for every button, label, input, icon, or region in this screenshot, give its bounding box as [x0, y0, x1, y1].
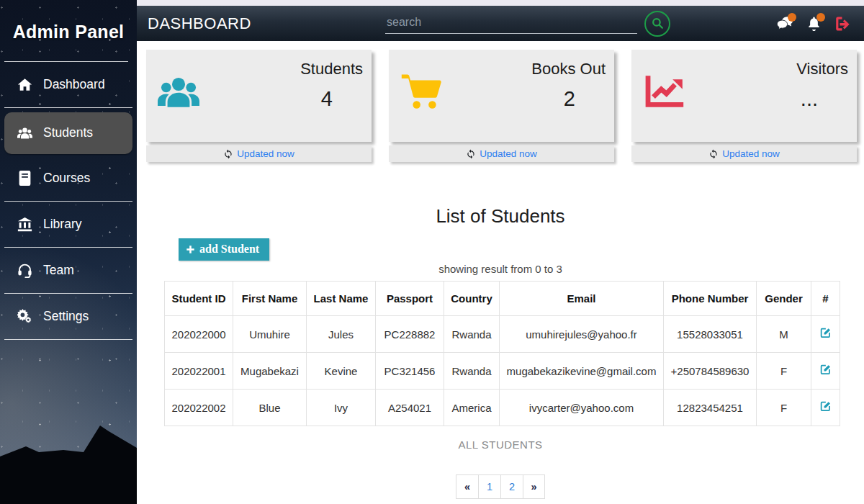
chat-icon[interactable] [776, 15, 793, 32]
search-area [385, 11, 670, 37]
sidebar-item-label: Courses [43, 171, 90, 186]
card-footer: Updated now [146, 145, 372, 162]
refresh-icon [223, 149, 233, 159]
notification-badge [788, 13, 796, 22]
pagination: « 1 2 » [137, 474, 864, 499]
add-student-button[interactable]: add Student [179, 238, 269, 261]
card-value: 4 [300, 87, 363, 111]
cell-actions [811, 353, 840, 390]
pagination-page-1[interactable]: 1 [478, 474, 500, 499]
card-footer: Updated now [389, 145, 614, 162]
chart-icon [643, 73, 685, 113]
card-text: Books Out 2 [531, 60, 606, 111]
main-page: Students 4 Updated now [137, 41, 864, 504]
students-table-body: 202022000 Umuhire Jules PC228882 Rwanda … [165, 316, 840, 426]
navbar-icon-group [776, 15, 851, 32]
sidebar-item-dashboard[interactable]: Dashboard [4, 62, 132, 108]
col-header: Country [444, 282, 500, 316]
book-icon [16, 171, 33, 186]
stat-cards-row: Students 4 Updated now [137, 41, 864, 162]
edit-icon[interactable] [818, 362, 833, 379]
cell-first-name: Mugabekazi [233, 353, 307, 390]
col-header: Student ID [165, 282, 233, 316]
refresh-icon [466, 149, 476, 159]
card-title: Visitors [796, 60, 848, 78]
col-header: # [811, 282, 840, 316]
sidebar-item-label: Students [43, 125, 93, 140]
gears-icon [16, 309, 33, 324]
pagination-page-2[interactable]: 2 [500, 474, 523, 499]
cell-phone: 15528033051 [664, 316, 757, 353]
cell-last-name: Kevine [307, 353, 376, 390]
pagination-prev[interactable]: « [456, 474, 478, 499]
updated-label: Updated now [237, 148, 294, 159]
cell-student-id: 202022001 [165, 353, 233, 390]
cell-phone: +250784589630 [664, 353, 757, 390]
headset-icon [16, 263, 33, 278]
card-title: Students [300, 60, 363, 78]
sidebar-item-courses[interactable]: Courses [4, 156, 132, 202]
table-row: 202022000 Umuhire Jules PC228882 Rwanda … [165, 316, 840, 353]
cell-country: America [444, 390, 500, 426]
cell-gender: F [757, 390, 811, 426]
cell-actions [811, 390, 840, 426]
content-column: DASHBOARD [137, 0, 864, 504]
pagination-next[interactable]: » [523, 474, 545, 499]
cell-student-id: 202022002 [165, 390, 233, 426]
cell-passport: PC321456 [376, 353, 444, 390]
cell-country: Rwanda [444, 316, 500, 353]
stat-card-books: Books Out 2 Updated now [389, 50, 614, 162]
sidebar-item-library[interactable]: Library [4, 202, 132, 248]
edit-icon[interactable] [818, 399, 833, 416]
stat-card-students: Students 4 Updated now [146, 50, 372, 162]
card-body: Students 4 [146, 50, 372, 142]
search-input[interactable] [385, 13, 637, 34]
users-icon [158, 73, 199, 113]
plus-icon [186, 245, 195, 254]
cart-icon [400, 73, 442, 113]
cell-first-name: Blue [233, 390, 307, 426]
edit-icon[interactable] [818, 325, 833, 343]
card-text: Visitors ... [796, 60, 848, 111]
students-table: Student ID First Name Last Name Passport… [164, 281, 840, 426]
refresh-icon [708, 149, 719, 159]
updated-label: Updated now [480, 148, 537, 159]
col-header: First Name [233, 282, 307, 316]
card-body: Visitors ... [631, 50, 857, 142]
sidebar-menu: Dashboard Students Courses Library [4, 62, 132, 340]
admin-panel-app: Admin Panel Dashboard Students Courses [0, 0, 864, 504]
cell-gender: M [757, 316, 811, 353]
top-navbar: DASHBOARD [137, 6, 864, 41]
top-margin-strip [137, 0, 864, 6]
cell-email: umuhirejules@yahoo.fr [500, 316, 664, 353]
card-value: 2 [531, 87, 606, 111]
col-header: Gender [757, 282, 811, 316]
search-button[interactable] [644, 11, 670, 37]
stat-card-visitors: Visitors ... Updated now [631, 50, 857, 162]
result-count-text: showing result from 0 to 3 [137, 263, 864, 275]
bell-icon[interactable] [805, 15, 822, 32]
home-icon [16, 77, 33, 92]
logout-icon[interactable] [834, 15, 851, 32]
app-title: Admin Panel [0, 0, 137, 61]
all-students-label: ALL STUDENTS [137, 438, 864, 451]
cell-first-name: Umuhire [233, 316, 307, 353]
sidebar-item-label: Dashboard [43, 77, 105, 92]
updated-label: Updated now [722, 148, 780, 159]
cell-phone: 12823454251 [664, 390, 757, 426]
cell-passport: PC228882 [376, 316, 444, 353]
table-header: Student ID First Name Last Name Passport… [165, 282, 840, 316]
sidebar-item-label: Settings [43, 309, 89, 324]
table-row: 202022001 Mugabekazi Kevine PC321456 Rwa… [165, 353, 840, 390]
sidebar-item-students[interactable]: Students [4, 112, 132, 154]
cell-last-name: Ivy [307, 390, 376, 426]
cell-student-id: 202022000 [165, 316, 233, 353]
sidebar-item-settings[interactable]: Settings [4, 294, 132, 340]
sidebar-item-team[interactable]: Team [4, 248, 132, 294]
cell-gender: F [757, 353, 811, 390]
table-row: 202022002 Blue Ivy A254021 America ivyca… [165, 390, 840, 426]
col-header: Last Name [307, 282, 376, 316]
col-header: Email [500, 282, 664, 316]
sidebar-item-label: Team [43, 263, 74, 278]
page-title: DASHBOARD [148, 14, 385, 33]
